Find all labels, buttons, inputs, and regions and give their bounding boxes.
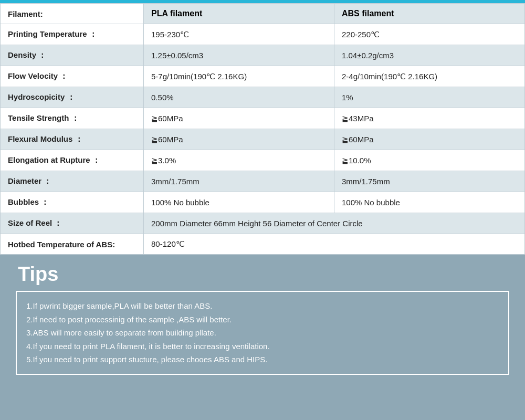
row-label: Elongation at Rupture ： xyxy=(1,150,144,171)
row-abs-value: ≧43MPa xyxy=(334,108,525,129)
table-row: Hotbed Temperature of ABS:80-120℃ xyxy=(1,234,525,255)
row-label: Hydroscopicity ： xyxy=(1,87,144,108)
row-label: Diameter ： xyxy=(1,171,144,192)
tips-item: 5.If you need to print support stucture,… xyxy=(26,353,499,366)
page-wrapper: Filament: PLA filament ABS filament Prin… xyxy=(0,0,525,420)
pla-header: PLA filament xyxy=(144,4,334,24)
row-label: Hotbed Temperature of ABS: xyxy=(1,234,144,255)
row-pla-value: 1.25±0.05/cm3 xyxy=(144,45,334,66)
row-pla-value: ≧60MPa xyxy=(144,108,334,129)
row-pla-value: 195-230℃ xyxy=(144,24,334,45)
row-abs-value: ≧10.0% xyxy=(334,150,525,171)
table-row: Density ：1.25±0.05/cm31.04±0.2g/cm3 xyxy=(1,45,525,66)
row-pla-value: 3mm/1.75mm xyxy=(144,171,334,192)
specs-table: Filament: PLA filament ABS filament Prin… xyxy=(0,3,525,255)
row-label: Density ： xyxy=(1,45,144,66)
row-abs-value: 1% xyxy=(334,87,525,108)
row-pla-value: 0.50% xyxy=(144,87,334,108)
row-abs-value: 1.04±0.2g/cm3 xyxy=(334,45,525,66)
filament-label-header: Filament: xyxy=(1,4,144,24)
row-value-wide: 80-120℃ xyxy=(144,234,525,255)
row-pla-value: ≧60MPa xyxy=(144,129,334,150)
row-abs-value: ≧60MPa xyxy=(334,129,525,150)
table-header-row: Filament: PLA filament ABS filament xyxy=(1,4,525,24)
row-label: Tensile Strength ： xyxy=(1,108,144,129)
row-label: Flow Velocity ： xyxy=(1,66,144,87)
table-row: Hydroscopicity ：0.50%1% xyxy=(1,87,525,108)
table-row: Elongation at Rupture ：≧3.0%≧10.0% xyxy=(1,150,525,171)
row-pla-value: ≧3.0% xyxy=(144,150,334,171)
tips-item: 2.If need to post processinig of the sam… xyxy=(26,313,499,327)
row-pla-value: 100% No bubble xyxy=(144,192,334,213)
table-row: Flexural Modulus ：≧60MPa≧60MPa xyxy=(1,129,525,150)
row-abs-value: 220-250℃ xyxy=(334,24,525,45)
row-pla-value: 5-7g/10min(190℃ 2.16KG) xyxy=(144,66,334,87)
tips-title: Tips xyxy=(18,263,509,286)
table-row: Size of Reel ：200mm Diameter 66mm Height… xyxy=(1,213,525,234)
tips-section: Tips 1.If pwrint bigger sample,PLA will … xyxy=(0,255,525,420)
tips-item: 3.ABS will more easily to separate from … xyxy=(26,326,499,340)
row-label: Printing Temperature ： xyxy=(1,24,144,45)
row-label: Bubbles ： xyxy=(1,192,144,213)
row-abs-value: 2-4g/10min(190℃ 2.16KG) xyxy=(334,66,525,87)
abs-header: ABS filament xyxy=(334,4,525,24)
tips-item: 1.If pwrint bigger sample,PLA will be be… xyxy=(26,299,499,313)
table-row: Tensile Strength ：≧60MPa≧43MPa xyxy=(1,108,525,129)
row-label: Size of Reel ： xyxy=(1,213,144,234)
tips-list: 1.If pwrint bigger sample,PLA will be be… xyxy=(26,299,499,366)
row-abs-value: 3mm/1.75mm xyxy=(334,171,525,192)
table-row: Printing Temperature ：195-230℃220-250℃ xyxy=(1,24,525,45)
row-label: Flexural Modulus ： xyxy=(1,129,144,150)
tips-box: 1.If pwrint bigger sample,PLA will be be… xyxy=(16,291,509,375)
row-abs-value: 100% No bubble xyxy=(334,192,525,213)
table-row: Flow Velocity ：5-7g/10min(190℃ 2.16KG)2-… xyxy=(1,66,525,87)
tips-item: 4.If you need to print PLA filament, it … xyxy=(26,340,499,353)
table-row: Diameter ：3mm/1.75mm3mm/1.75mm xyxy=(1,171,525,192)
table-row: Bubbles ：100% No bubble100% No bubble xyxy=(1,192,525,213)
row-value-wide: 200mm Diameter 66mm Height 56 Diameter o… xyxy=(144,213,525,234)
